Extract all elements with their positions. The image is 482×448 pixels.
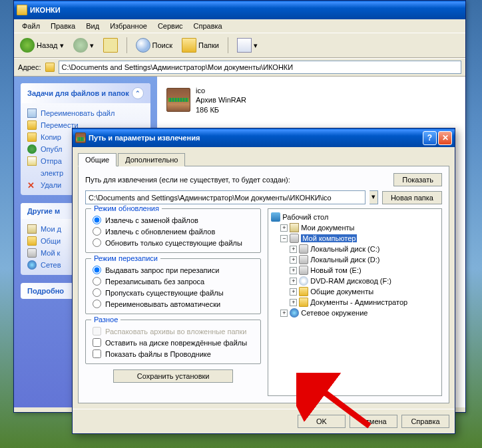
show-button[interactable]: Показать [393, 173, 442, 186]
file-item-ico[interactable]: ico Архив WinRAR 186 КБ [164, 83, 459, 117]
disk-icon [299, 244, 308, 254]
expand-icon[interactable]: + [290, 256, 297, 264]
folder-tree[interactable]: Рабочий стол +Мои документы −Мой компьют… [268, 208, 442, 396]
menu-file[interactable]: Файл [17, 21, 45, 31]
forward-icon [73, 38, 88, 53]
delete-icon: ✕ [27, 180, 37, 190]
rar-archive-icon [166, 88, 190, 112]
disk-icon [299, 266, 308, 275]
explorer-titlebar[interactable]: ИКОНКИ [14, 1, 465, 19]
expand-icon[interactable]: + [290, 267, 297, 274]
tree-drive-f[interactable]: +DVD-RAM дисковод (F:) [290, 276, 439, 286]
radio-rename[interactable]: Переименовывать автоматически [93, 298, 254, 310]
misc-group: Разное Распаковать архивы во вложенные п… [85, 320, 261, 364]
tree-desktop[interactable]: Рабочий стол [271, 212, 439, 222]
views-button[interactable]: ▾ [234, 36, 261, 55]
folders-button[interactable]: Папки [178, 36, 222, 55]
folder-icon [299, 298, 308, 307]
dialog-titlebar[interactable]: Путь и параметры извлечения ? ✕ [73, 128, 455, 147]
tree-network[interactable]: +Сетевое окружение [280, 308, 439, 318]
ok-button[interactable]: OK [298, 415, 346, 428]
tree-admindocs[interactable]: +Документы - Администратор [290, 297, 439, 308]
computer-icon [27, 248, 37, 258]
tab-advanced[interactable]: Дополнительно [118, 153, 185, 166]
save-settings-button[interactable]: Сохранить установки [113, 369, 233, 383]
network-icon [27, 260, 37, 270]
radio-ask[interactable]: Выдавать запрос при перезаписи [93, 264, 254, 276]
up-button[interactable] [100, 36, 121, 55]
overwrite-mode-group: Режим перезаписи Выдавать запрос при пер… [85, 258, 261, 314]
tree-drive-d[interactable]: +Локальный диск (D:) [290, 254, 439, 265]
chevron-down-icon: ▾ [254, 41, 258, 50]
radio-skip[interactable]: Пропускать существующие файлы [93, 287, 254, 298]
extract-dialog: Путь и параметры извлечения ? ✕ Общие До… [72, 128, 455, 434]
expand-icon[interactable]: + [290, 278, 297, 285]
path-dropdown[interactable]: ▾ [369, 190, 378, 204]
rar-icon [75, 132, 86, 143]
expand-icon[interactable]: + [290, 299, 297, 306]
computer-icon [290, 234, 299, 243]
tree-mycomputer[interactable]: −Мой компьютер [280, 233, 439, 244]
help-button[interactable]: ? [423, 131, 437, 145]
tasks-header[interactable]: Задачи для файлов и папок⌃ [21, 83, 150, 103]
dvd-icon [299, 276, 308, 286]
address-input[interactable] [59, 61, 461, 74]
back-icon [20, 38, 35, 53]
address-bar: Адрес: [14, 58, 465, 76]
rename-icon [27, 109, 37, 118]
tree-drive-c[interactable]: +Локальный диск (C:) [290, 244, 439, 254]
menu-favorites[interactable]: Избранное [105, 21, 152, 31]
radio-overwrite[interactable]: Перезаписывать без запроса [93, 276, 254, 287]
expand-icon[interactable]: + [280, 310, 288, 317]
menubar: Файл Правка Вид Избранное Сервис Справка [14, 19, 465, 33]
check-explorer[interactable]: Показать файлы в Проводнике [93, 348, 254, 359]
expand-icon[interactable]: + [290, 288, 297, 296]
radio-update[interactable]: Извлечь с обновлением файлов [93, 226, 254, 237]
disk-icon [299, 255, 308, 264]
folder-icon [299, 287, 308, 296]
dialog-footer: OK Отмена Справка [73, 409, 455, 433]
back-button[interactable]: Назад▾ [17, 36, 67, 55]
menu-tools[interactable]: Сервис [152, 21, 188, 31]
collapse-icon[interactable]: − [280, 235, 288, 242]
radio-fresh[interactable]: Обновить только существующие файлы [93, 237, 254, 248]
check-subfolders: Распаковать архивы во вложенные папки [93, 326, 254, 337]
radio-replace[interactable]: Извлечь с заменой файлов [93, 214, 254, 226]
email-icon [27, 156, 37, 166]
close-button[interactable]: ✕ [438, 131, 452, 145]
file-type: Архив WinRAR [196, 95, 246, 105]
mydocs-icon [27, 224, 37, 234]
tab-general[interactable]: Общие [78, 153, 117, 166]
publish-icon [27, 144, 37, 154]
menu-edit[interactable]: Правка [45, 21, 81, 31]
network-icon [290, 308, 299, 318]
chevron-up-icon: ⌃ [132, 87, 144, 99]
update-mode-group: Режим обновления Извлечь с заменой файло… [85, 208, 261, 253]
search-button[interactable]: Поиск [132, 36, 176, 55]
file-name: ico [196, 86, 246, 95]
file-size: 186 КБ [196, 105, 246, 114]
expand-icon[interactable]: + [280, 224, 288, 232]
help-button[interactable]: Справка [401, 415, 449, 428]
check-broken[interactable]: Оставить на диске повреждённые файлы [93, 337, 254, 348]
search-icon [136, 38, 150, 53]
task-rename[interactable]: Переименовать файл [27, 107, 144, 119]
forward-button[interactable]: ▾ [70, 36, 97, 55]
tree-mydocs[interactable]: +Мои документы [280, 222, 439, 233]
expand-icon[interactable]: + [290, 246, 297, 253]
blank-icon [27, 168, 37, 178]
folders-icon [182, 38, 196, 53]
folder-icon [45, 63, 55, 72]
new-folder-button[interactable]: Новая папка [382, 191, 442, 204]
tree-shareddocs[interactable]: +Общие документы [290, 286, 439, 297]
dialog-title: Путь и параметры извлечения [89, 134, 200, 142]
desktop-icon [271, 212, 280, 222]
shared-icon [27, 236, 37, 246]
tree-drive-e[interactable]: +Новый том (E:) [290, 265, 439, 276]
views-icon [237, 38, 252, 53]
menu-view[interactable]: Вид [81, 21, 105, 31]
path-input[interactable] [85, 190, 365, 204]
path-label: Путь для извлечения (если не существует,… [85, 176, 389, 184]
menu-help[interactable]: Справка [188, 21, 228, 31]
cancel-button[interactable]: Отмена [350, 415, 397, 428]
